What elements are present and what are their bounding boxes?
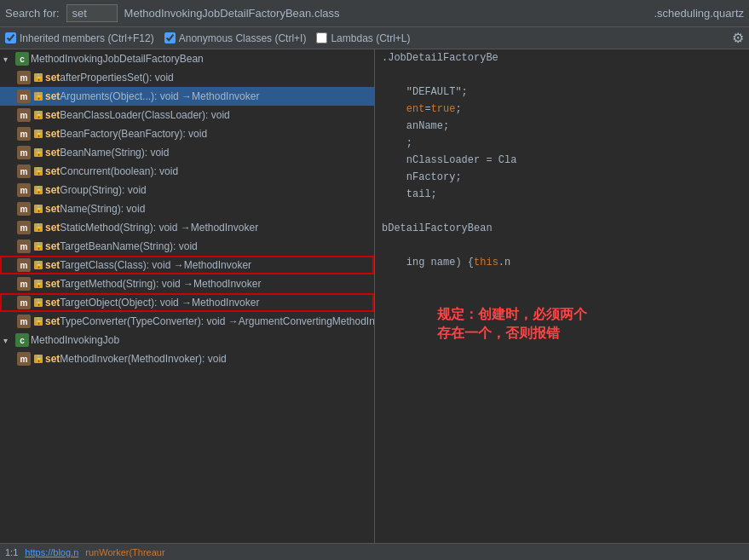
tree-item[interactable]: m🔒setTypeConverter(TypeConverter): void …	[0, 312, 374, 331]
code-line: nClassLoader = Cla	[375, 152, 749, 169]
method-badge: m	[17, 71, 31, 84]
anonymous-checkbox[interactable]	[164, 32, 176, 43]
code-line: tail;	[375, 186, 749, 203]
search-input[interactable]	[66, 4, 118, 22]
tree-item[interactable]: m🔒setName(String): void	[0, 199, 374, 218]
method-badge: m	[17, 89, 31, 103]
lambdas-label: Lambdas (Ctrl+L)	[331, 32, 410, 44]
code-line: ;	[375, 135, 749, 152]
bottom-bar: 1:1 https://blog.n runWorker(Threaur	[0, 543, 749, 560]
method-badge: m	[17, 240, 31, 253]
code-line: anName;	[375, 118, 749, 135]
method-badge: m	[17, 108, 31, 122]
code-line	[375, 237, 749, 254]
tree-item[interactable]: m🔒setBeanClassLoader(ClassLoader): void	[0, 106, 374, 124]
tree-item[interactable]: m🔒setGroup(String): void	[0, 181, 374, 199]
tree-item[interactable]: m🔒setBeanFactory(BeanFactory): void	[0, 124, 374, 143]
code-area: .JobDetailFactoryBe "DEFAULT"; ent = tru…	[375, 49, 749, 543]
tree-arrow: ▾	[3, 55, 14, 64]
lock-icon: 🔒	[34, 298, 43, 307]
tree-item[interactable]: m🔒setArguments(Object...): void →MethodI…	[0, 87, 374, 106]
method-name: setMethodInvoker(MethodInvoker): void	[45, 353, 227, 365]
code-line	[375, 203, 749, 220]
code-line: .JobDetailFactoryBe	[375, 49, 749, 66]
method-badge: m	[17, 127, 31, 141]
tree-item[interactable]: m🔒setStaticMethod(String): void →MethodI…	[0, 218, 374, 237]
method-name: setTargetObject(Object): void →MethodInv…	[45, 297, 259, 309]
lock-icon: 🔒	[34, 92, 43, 101]
lock-icon: 🔒	[34, 205, 43, 213]
lock-icon: 🔒	[34, 167, 43, 176]
options-bar: Inherited members (Ctrl+F12) Anonymous C…	[0, 27, 749, 49]
tree-item[interactable]: m🔒setafterPropertiesSet(): void	[0, 68, 374, 87]
method-badge: m	[17, 165, 31, 178]
tree-item[interactable]: ▾cMethodInvokingJob	[0, 331, 374, 349]
lock-icon: 🔒	[34, 130, 43, 138]
method-badge: m	[17, 146, 31, 159]
lock-icon: 🔒	[34, 186, 43, 194]
method-name: setStaticMethod(String): void →MethodInv…	[45, 222, 258, 234]
lock-icon: 🔒	[34, 73, 43, 82]
lock-icon: 🔒	[34, 280, 43, 288]
method-badge: m	[17, 315, 31, 328]
lambdas-checkbox[interactable]	[316, 32, 327, 43]
tree-item[interactable]: ▾cMethodInvokingJobDetailFactoryBean	[0, 49, 374, 68]
method-name: setName(String): void	[45, 203, 145, 215]
lock-icon: 🔒	[34, 223, 43, 232]
search-label: Search for:	[5, 7, 60, 20]
main-area: ▾cMethodInvokingJobDetailFactoryBeanm🔒se…	[0, 49, 749, 543]
lock-icon: 🔒	[34, 355, 43, 363]
anonymous-label: Anonymous Classes (Ctrl+I)	[179, 32, 307, 44]
search-bar: Search for: MethodInvokingJobDetailFacto…	[0, 0, 749, 27]
code-panel: .JobDetailFactoryBe "DEFAULT"; ent = tru…	[375, 49, 749, 543]
anonymous-checkbox-label[interactable]: Anonymous Classes (Ctrl+I)	[164, 32, 307, 44]
lock-icon: 🔒	[34, 261, 43, 269]
cursor-position: 1:1	[5, 547, 18, 557]
symbol-panel[interactable]: ▾cMethodInvokingJobDetailFactoryBeanm🔒se…	[0, 49, 375, 543]
tree-item[interactable]: m🔒setTargetObject(Object): void →MethodI…	[0, 293, 374, 312]
class-name: MethodInvokingJob	[31, 334, 119, 346]
method-name: setTargetBeanName(String): void	[45, 240, 198, 252]
lambdas-checkbox-label[interactable]: Lambdas (Ctrl+L)	[316, 32, 410, 44]
tree-item[interactable]: m🔒setTargetMethod(String): void →MethodI…	[0, 274, 374, 293]
method-name: setBeanClassLoader(ClassLoader): void	[45, 109, 230, 121]
method-badge: m	[17, 277, 31, 291]
class-badge: c	[15, 52, 29, 66]
method-name: setBeanName(String): void	[45, 147, 169, 159]
code-line: bDetailFactoryBean	[375, 220, 749, 237]
method-name: setafterPropertiesSet(): void	[45, 72, 174, 84]
method-name: setBeanFactory(BeanFactory): void	[45, 128, 207, 140]
method-name: setConcurrent(boolean): void	[45, 165, 178, 177]
code-line: ent = true;	[375, 101, 749, 118]
method-badge: m	[17, 352, 31, 366]
breadcrumb: .scheduling.quartz	[654, 7, 744, 20]
method-badge: m	[17, 296, 31, 309]
inherited-checkbox[interactable]	[5, 32, 16, 43]
class-badge: c	[15, 333, 29, 347]
tree-item[interactable]: m🔒setConcurrent(boolean): void	[0, 162, 374, 181]
bottom-url[interactable]: https://blog.n	[25, 547, 78, 557]
code-line: nFactory;	[375, 169, 749, 186]
settings-icon[interactable]: ⚙	[732, 30, 744, 46]
lock-icon: 🔒	[34, 148, 43, 157]
lock-icon: 🔒	[34, 317, 43, 326]
bottom-code: runWorker(Threaur	[85, 547, 164, 557]
code-line: ing name) { this.n	[375, 254, 749, 271]
inherited-checkbox-label[interactable]: Inherited members (Ctrl+F12)	[5, 32, 154, 44]
tree-item[interactable]: m🔒setBeanName(String): void	[0, 143, 374, 162]
tree-item[interactable]: m🔒setTargetBeanName(String): void	[0, 237, 374, 256]
code-line: "DEFAULT";	[375, 84, 749, 101]
method-name: setArguments(Object...): void →MethodInv…	[45, 90, 259, 102]
method-name: setGroup(String): void	[45, 184, 147, 196]
method-badge: m	[17, 258, 31, 272]
tree-item[interactable]: m🔒setTargetClass(Class): void →MethodInv…	[0, 256, 374, 274]
class-name: MethodInvokingJobDetailFactoryBean	[31, 53, 204, 65]
tree-item[interactable]: m🔒setMethodInvoker(MethodInvoker): void	[0, 349, 374, 368]
lock-icon: 🔒	[34, 111, 43, 119]
method-badge: m	[17, 183, 31, 197]
tree-arrow: ▾	[3, 336, 14, 345]
lock-icon: 🔒	[34, 242, 43, 251]
method-name: setTypeConverter(TypeConverter): void →A…	[45, 315, 374, 327]
code-line	[375, 66, 749, 84]
method-name: setTargetClass(Class): void →MethodInvok…	[45, 259, 251, 271]
